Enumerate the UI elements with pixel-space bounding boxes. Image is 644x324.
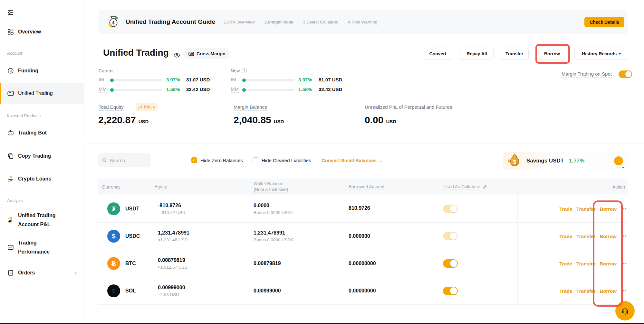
borrowed-amount: 810.9726 (349, 205, 370, 212)
hide-cleared-liabilities-checkbox[interactable]: ✓ (253, 157, 258, 163)
search-input[interactable] (109, 157, 147, 163)
collateral-toggle[interactable] (443, 205, 458, 213)
equity-usd: ≈1,012.57 USD (158, 265, 187, 270)
collateral-toggle[interactable] (443, 232, 458, 240)
headset-icon (621, 307, 629, 315)
current-mm-usd: 32.42 USD (186, 87, 210, 92)
sidebar-item-uta-pnl[interactable]: Unified TradingAccount P&L (0, 211, 84, 229)
sidebar-item-trading-performance[interactable]: TradingPerformance (0, 238, 84, 257)
margin-trading-toggle[interactable] (619, 70, 632, 78)
wallet-balance-value: 0.00879819 (254, 261, 281, 266)
equity-usd: ≈2.03 USD (158, 292, 185, 297)
sidebar-divider (6, 261, 78, 261)
trade-link[interactable]: Trade (559, 206, 572, 212)
caret-down-icon: ▾ (619, 52, 621, 56)
mini-chart-icon (138, 105, 142, 109)
col-wallet-line2: (Bonus Inclusive) (254, 187, 288, 193)
equity-usd: ≈-810.72 USD (158, 210, 185, 215)
wallet-cell: 0.00879819 (254, 261, 281, 266)
margin-balance-value-wrap: 2,040.85 USD (234, 115, 284, 125)
convert-small-balances-link[interactable]: Convert Small Balances → (322, 158, 383, 163)
sidebar-item-funding[interactable]: Funding (0, 64, 84, 78)
current-im-bar (110, 79, 162, 81)
pnl-badge-label: P&L (144, 105, 152, 109)
sidebar-item-overview[interactable]: Overview (0, 25, 84, 39)
col-used-as-collateral[interactable]: Used As Collateral (443, 184, 487, 190)
sidebar-item-copy-trading[interactable]: Copy Trading (0, 149, 84, 163)
borrowed-amount: 0.00000000 (349, 261, 376, 266)
mm-label: MM (231, 86, 239, 93)
sidebar-item-unified-trading[interactable]: Unified Trading (0, 83, 84, 104)
label-line2: Account P&L (18, 222, 50, 227)
chevron-right-icon: › (75, 269, 77, 276)
margin-mode-label: Cross Margin (197, 51, 225, 56)
check-icon: ✓ (193, 158, 196, 162)
check-details-button[interactable]: Check Details (584, 17, 624, 27)
sidebar-item-orders[interactable]: Orders › (0, 266, 84, 280)
col-collateral-label: Used As Collateral (443, 184, 480, 190)
unified-trading-page: Overview Account Funding Unified Trading… (0, 0, 644, 324)
history-records-button[interactable]: History Records ▾ (574, 48, 628, 60)
hide-zero-balances-checkbox[interactable]: ✓ (191, 157, 197, 163)
margin-mode-badge[interactable]: CM Cross Margin (184, 48, 230, 59)
equity-value: -810.9726 (158, 203, 181, 208)
transfer-button[interactable]: Transfer (500, 48, 529, 60)
pnl-badge[interactable]: P&L ▸ (136, 103, 158, 111)
sidebar-item-label: Crypto Loans (18, 175, 51, 183)
svg-text:CM: CM (189, 53, 193, 55)
hide-zero-balances-label: Hide Zero Balances (200, 158, 243, 163)
savings-banner[interactable]: $ Savings USDT 1.77% → (503, 152, 628, 170)
trade-link[interactable]: Trade (559, 234, 572, 239)
question-icon[interactable]: ? (242, 68, 247, 73)
current-label: Current (99, 68, 114, 73)
table-row: Ƀ BTC 0.00879819 ≈1,012.57 USD 0.0087981… (98, 250, 628, 277)
asset-table-header: Currency Equity Wallet Balance (Bonus In… (98, 179, 628, 195)
collateral-toggle[interactable] (443, 287, 458, 295)
sliders-icon[interactable] (482, 185, 487, 190)
sidebar-item-trading-bot[interactable]: Trading Bot (0, 126, 84, 140)
pnl-chart-icon (7, 217, 14, 224)
carousel-dot[interactable] (620, 167, 621, 168)
table-column-divider (517, 195, 518, 305)
wallet-bonus: Bonus 0.0000 USDC (254, 237, 294, 242)
sidebar-section-analysis: Analysis (7, 198, 23, 203)
coin-icon: Ƀ (107, 257, 120, 270)
wallet-cell: 1,231.478991 Bonus 0.0000 USDC (254, 230, 294, 242)
convert-button[interactable]: Convert (424, 48, 452, 60)
svg-text:$: $ (513, 159, 516, 165)
section-divider (84, 143, 644, 143)
new-im-usd: 81.07 USD (319, 77, 342, 82)
repay-all-button[interactable]: Repay All (460, 48, 494, 60)
guide-banner-title: Unified Trading Account Guide (126, 18, 215, 25)
margin-balance-value: 2,040.85 (234, 115, 271, 125)
equity-cell: 0.00879819 ≈1,012.57 USD (158, 257, 187, 270)
equity-value: 0.00999000 (158, 285, 185, 291)
highlight-box-borrow-column (593, 200, 623, 307)
search-box[interactable] (98, 153, 151, 167)
coin-glyph: $ (112, 233, 115, 240)
col-borrowed-amount[interactable]: Borrowed Amount (349, 184, 384, 190)
currency-unit: USD (386, 119, 396, 124)
sidebar-collapse-button[interactable] (7, 9, 14, 17)
collapse-sidebar-icon (7, 9, 14, 16)
collateral-toggle[interactable] (443, 259, 458, 268)
carousel-dot[interactable] (617, 167, 618, 168)
trade-link[interactable]: Trade (559, 288, 572, 294)
col-equity[interactable]: Equity (154, 184, 167, 190)
sidebar-item-crypto-loans[interactable]: Crypto Loans (0, 172, 84, 186)
col-wallet-balance[interactable]: Wallet Balance (Bonus Inclusive) (254, 181, 288, 193)
carousel-dot[interactable] (622, 167, 624, 168)
toggle-balance-visibility[interactable] (173, 52, 180, 60)
col-action: Action (612, 184, 625, 190)
table-row: $ USDC 1,231.478991 ≈1,231.46 USD 1,231.… (98, 223, 628, 250)
trading-bot-icon (7, 129, 14, 136)
arrow-right-icon: → (616, 158, 621, 164)
savings-arrow-button[interactable]: → (614, 156, 623, 165)
orders-icon (7, 269, 14, 276)
current-mm-bar (110, 89, 162, 91)
carousel-dots (617, 167, 624, 168)
coin-icon: $ (107, 230, 120, 243)
trade-link[interactable]: Trade (559, 261, 572, 266)
im-label: IM (99, 77, 104, 83)
guide-step: 1.UTA Overview (224, 20, 255, 24)
